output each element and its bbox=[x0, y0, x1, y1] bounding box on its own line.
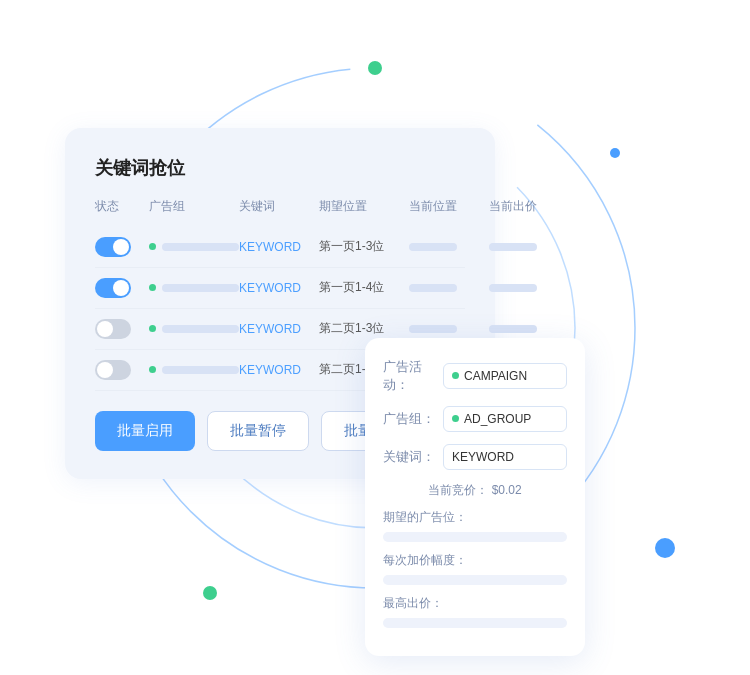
bid-increment-input[interactable] bbox=[383, 575, 567, 585]
svg-point-4 bbox=[655, 538, 675, 558]
table-row: KEYWORD 第一页1-3位 bbox=[95, 227, 465, 268]
current-bid-value: $0.02 bbox=[492, 483, 522, 497]
expected-row2: 第一页1-4位 bbox=[319, 279, 409, 296]
current-row1 bbox=[409, 243, 457, 251]
max-bid-input[interactable] bbox=[383, 618, 567, 628]
expected-ad-label: 期望的广告位： bbox=[383, 509, 567, 526]
toggle-row4[interactable] bbox=[95, 360, 131, 380]
col-header-status: 状态 bbox=[95, 198, 149, 215]
bid-row2 bbox=[489, 284, 537, 292]
campaign-label: 广告活动： bbox=[383, 358, 443, 394]
bid-increment-label: 每次加价幅度： bbox=[383, 552, 567, 569]
toggle-row1[interactable] bbox=[95, 237, 131, 257]
current-bid-label: 当前竞价： bbox=[428, 483, 488, 497]
adgroup-bar-row3 bbox=[149, 325, 239, 333]
max-bid-label: 最高出价： bbox=[383, 595, 567, 612]
expected-ad-input[interactable] bbox=[383, 532, 567, 542]
current-row2 bbox=[409, 284, 457, 292]
adgroup-value: AD_GROUP bbox=[464, 412, 531, 426]
adgroup-value-box[interactable]: AD_GROUP bbox=[443, 406, 567, 432]
svg-point-2 bbox=[368, 61, 382, 75]
table-header: 状态 广告组 关键词 期望位置 当前位置 当前出价 bbox=[95, 198, 465, 219]
expected-row1: 第一页1-3位 bbox=[319, 238, 409, 255]
toggle-row3[interactable] bbox=[95, 319, 131, 339]
campaign-row: 广告活动： CAMPAIGN bbox=[383, 358, 567, 394]
table-row: KEYWORD 第一页1-4位 bbox=[95, 268, 465, 309]
adgroup-bar-row1 bbox=[149, 243, 239, 251]
keyword-value-box[interactable]: KEYWORD bbox=[443, 444, 567, 470]
bid-row1 bbox=[489, 243, 537, 251]
adgroup-dot bbox=[452, 415, 459, 422]
col-header-keyword: 关键词 bbox=[239, 198, 319, 215]
svg-point-5 bbox=[203, 586, 217, 600]
current-bid-row: 当前竞价： $0.02 bbox=[383, 482, 567, 499]
keyword-value: KEYWORD bbox=[452, 450, 514, 464]
adgroup-row: 广告组： AD_GROUP bbox=[383, 406, 567, 432]
keyword-row2: KEYWORD bbox=[239, 281, 319, 295]
keyword-row4: KEYWORD bbox=[239, 363, 319, 377]
bulk-pause-button[interactable]: 批量暂停 bbox=[207, 411, 309, 451]
campaign-value: CAMPAIGN bbox=[464, 369, 527, 383]
campaign-value-box[interactable]: CAMPAIGN bbox=[443, 363, 567, 389]
col-header-expected: 期望位置 bbox=[319, 198, 409, 215]
adgroup-label: 广告组： bbox=[383, 410, 443, 428]
keyword-row3: KEYWORD bbox=[239, 322, 319, 336]
keyword-row1: KEYWORD bbox=[239, 240, 319, 254]
toggle-row2[interactable] bbox=[95, 278, 131, 298]
page-title: 关键词抢位 bbox=[95, 156, 465, 180]
campaign-dot bbox=[452, 372, 459, 379]
bulk-enable-button[interactable]: 批量启用 bbox=[95, 411, 195, 451]
detail-card: 广告活动： CAMPAIGN 广告组： AD_GROUP 关键词： KEYWOR… bbox=[365, 338, 585, 656]
expected-row3: 第二页1-3位 bbox=[319, 320, 409, 337]
col-header-adgroup: 广告组 bbox=[149, 198, 239, 215]
keyword-row: 关键词： KEYWORD bbox=[383, 444, 567, 470]
col-header-current: 当前位置 bbox=[409, 198, 489, 215]
adgroup-bar-row2 bbox=[149, 284, 239, 292]
current-row3 bbox=[409, 325, 457, 333]
keyword-label: 关键词： bbox=[383, 448, 443, 466]
svg-point-3 bbox=[610, 148, 620, 158]
col-header-bid: 当前出价 bbox=[489, 198, 559, 215]
adgroup-bar-row4 bbox=[149, 366, 239, 374]
bid-row3 bbox=[489, 325, 537, 333]
